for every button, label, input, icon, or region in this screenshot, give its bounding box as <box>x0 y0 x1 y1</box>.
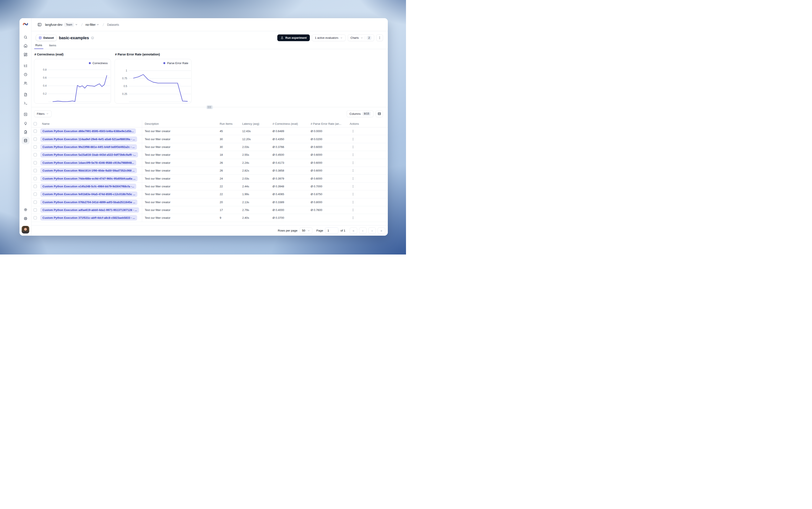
row-checkbox[interactable] <box>34 153 37 157</box>
sidebar-item-evaluation[interactable] <box>22 111 30 118</box>
row-checkbox[interactable] <box>34 216 37 219</box>
sidebar-item-dashboards[interactable] <box>22 51 30 58</box>
table-row[interactable]: Custom Python Execution 076b2704-341d-48… <box>31 198 388 206</box>
run-name-link[interactable]: Custom Python Execution 1daec0f9-5e78-43… <box>40 160 136 166</box>
row-checkbox[interactable] <box>34 193 37 196</box>
sidebar-toggle-button[interactable] <box>36 22 42 28</box>
row-checkbox[interactable] <box>34 169 37 172</box>
table-row[interactable]: Custom Python Execution 371f531c-abff-4d… <box>31 214 388 222</box>
pagination-next-button[interactable]: › <box>368 228 376 234</box>
row-actions-button[interactable] <box>350 136 356 142</box>
column-header-description[interactable]: Description <box>142 122 217 126</box>
row-checkbox[interactable] <box>34 130 37 133</box>
row-height-button[interactable] <box>376 110 383 117</box>
breadcrumb-section[interactable]: Datasets <box>107 23 119 26</box>
sidebar-item-search[interactable] <box>22 34 30 41</box>
row-actions-button[interactable] <box>350 152 356 158</box>
column-header-name[interactable]: Name <box>39 120 142 127</box>
run-name-link[interactable]: Custom Python Execution 9fe23f98-881e-44… <box>40 144 137 150</box>
run-items-value: 45 <box>217 130 240 133</box>
chart-legend: Correctness <box>89 62 108 65</box>
table-row[interactable]: Custom Python Execution 114aa9ef-29e6-4e… <box>31 135 388 143</box>
table-row[interactable]: Custom Python Execution d66e7991-8595-45… <box>31 127 388 135</box>
sidebar-item-datasets[interactable] <box>22 137 30 144</box>
row-actions-button[interactable] <box>350 207 356 213</box>
page-input[interactable] <box>325 228 338 234</box>
breadcrumb-project[interactable]: langfuse-dev <box>45 23 62 26</box>
table-row[interactable]: Custom Python Execution 5a15a616-1bab-44… <box>31 151 388 159</box>
row-checkbox[interactable] <box>34 138 37 141</box>
pagination-last-button[interactable]: » <box>378 228 385 234</box>
run-name-link[interactable]: Custom Python Execution f6bb1614-1f90-40… <box>40 168 137 173</box>
run-name-link[interactable]: Custom Python Execution e14fa348-5cfc-49… <box>40 184 136 189</box>
table-row[interactable]: Custom Python Execution fe91b83e-04a5-47… <box>31 191 388 198</box>
row-checkbox[interactable] <box>34 185 37 188</box>
sidebar-item-users[interactable] <box>22 79 30 87</box>
run-name-link[interactable]: Custom Python Execution fe91b83e-04a5-47… <box>40 192 137 197</box>
pagination-first-button[interactable]: « <box>350 228 357 234</box>
user-avatar[interactable] <box>22 226 29 234</box>
sidebar-item-insights[interactable] <box>22 120 30 127</box>
sidebar-item-annotation-queues[interactable] <box>22 129 30 136</box>
run-name-link[interactable]: Custom Python Execution 5a15a616-1bab-44… <box>40 152 138 158</box>
sidebar-item-prompts[interactable] <box>22 91 30 98</box>
column-header-latency[interactable]: Latency (avg) <box>240 122 270 126</box>
table-row[interactable]: Custom Python Execution adfae619-abb0-4d… <box>31 206 388 214</box>
run-name-link[interactable]: Custom Python Execution 076b2704-341d-48… <box>40 200 137 205</box>
row-actions-button[interactable] <box>350 129 356 134</box>
table-row[interactable]: Custom Python Execution 74de488e-ec9d-47… <box>31 175 388 182</box>
charts-dropdown[interactable]: Charts 2 <box>348 34 374 41</box>
row-checkbox[interactable] <box>34 201 37 204</box>
run-latency-value: 2.55s <box>240 153 270 157</box>
row-checkbox[interactable] <box>34 161 37 164</box>
pagination-prev-button[interactable]: ‹ <box>359 228 367 234</box>
chevron-down-icon <box>340 37 343 39</box>
columns-button[interactable]: Columns 8/15 <box>347 110 373 117</box>
active-evaluators-dropdown[interactable]: 1 active evaluators <box>312 34 345 41</box>
row-actions-button[interactable] <box>350 176 356 181</box>
row-checkbox[interactable] <box>34 177 37 180</box>
sidebar-item-home[interactable] <box>22 42 30 49</box>
table-row[interactable]: Custom Python Execution 9fe23f98-881e-44… <box>31 143 388 151</box>
sidebar-item-settings[interactable] <box>22 206 30 213</box>
page-options-button[interactable] <box>376 34 383 41</box>
filters-button[interactable]: Filters <box>34 110 52 117</box>
info-icon[interactable] <box>91 36 94 39</box>
row-checkbox[interactable] <box>34 145 37 148</box>
tab-runs[interactable]: Runs <box>34 42 43 49</box>
chevron-down-icon[interactable] <box>96 23 99 26</box>
kebab-menu-icon <box>351 169 354 172</box>
sidebar-item-sessions[interactable] <box>22 71 30 78</box>
row-actions-button[interactable] <box>350 183 356 189</box>
rows-per-page-select[interactable]: 50 <box>300 228 312 234</box>
run-name-link[interactable]: Custom Python Execution 114aa9ef-29e6-4e… <box>40 136 137 142</box>
column-header-correctness[interactable]: # Correctness (eval) <box>270 122 308 126</box>
table-row[interactable]: Custom Python Execution 1daec0f9-5e78-43… <box>31 159 388 167</box>
run-experiment-button[interactable]: Run experiment <box>277 34 310 41</box>
run-name-link[interactable]: Custom Python Execution 74de488e-ec9d-47… <box>40 176 138 181</box>
row-actions-button[interactable] <box>350 192 356 197</box>
column-header-run-items[interactable]: Run Items <box>217 122 240 126</box>
breadcrumb-environment[interactable]: no-filter <box>86 23 96 26</box>
row-actions-button[interactable] <box>350 199 356 205</box>
row-actions-button[interactable] <box>350 144 356 150</box>
column-header-parse-error-rate[interactable]: # Parse Error Rate (an... <box>308 122 347 126</box>
run-name-link[interactable]: Custom Python Execution 371f531c-abff-4d… <box>40 215 137 220</box>
sidebar-item-support[interactable] <box>22 215 30 222</box>
select-all-checkbox[interactable] <box>34 122 37 126</box>
run-name-link[interactable]: Custom Python Execution d66e7991-8595-45… <box>40 129 136 134</box>
row-actions-button[interactable] <box>350 168 356 173</box>
chevron-down-icon[interactable] <box>75 23 78 26</box>
run-name-link[interactable]: Custom Python Execution adfae619-abb0-4d… <box>40 207 139 213</box>
clipboard-pen-icon <box>24 130 28 134</box>
table-row[interactable]: Custom Python Execution f6bb1614-1f90-40… <box>31 167 388 175</box>
row-actions-button[interactable] <box>350 215 356 221</box>
panel-resize-handle[interactable] <box>206 105 213 109</box>
tab-items[interactable]: Items <box>48 42 58 49</box>
table-row[interactable]: Custom Python Execution e14fa348-5cfc-49… <box>31 182 388 191</box>
row-actions-button[interactable] <box>350 160 356 166</box>
row-checkbox[interactable] <box>34 208 37 212</box>
kebab-menu-icon <box>378 36 381 39</box>
sidebar-item-playground[interactable] <box>22 99 30 107</box>
sidebar-item-tracing[interactable] <box>22 62 30 70</box>
